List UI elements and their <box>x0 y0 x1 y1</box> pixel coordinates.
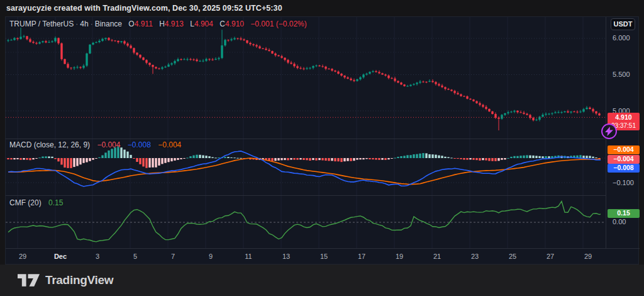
lightning-icon <box>605 127 613 136</box>
time-axis-label: 13 <box>282 253 290 260</box>
cmf-params: (20) <box>28 198 41 207</box>
grid-vertical <box>18 17 583 248</box>
macd-title[interactable]: MACD <box>9 140 31 149</box>
high-label: H <box>159 20 165 28</box>
time-axis-label: 25 <box>509 253 516 260</box>
time-axis-label: 9 <box>209 253 213 260</box>
macd-hist-value: −0.004 <box>97 140 120 149</box>
currency-toggle-button[interactable]: USDT <box>611 18 635 30</box>
macd-line-badge: −0.008 <box>608 164 640 173</box>
time-axis-label: 5 <box>133 253 137 260</box>
cmf-value: 0.15 <box>48 198 63 207</box>
time-axis-label: 27 <box>547 253 554 260</box>
time-axis-label: 17 <box>358 253 365 260</box>
close-value: 4.910 <box>225 20 244 28</box>
pane-separator-macd-cmf[interactable] <box>6 195 606 196</box>
price-tick-6000: 6.000 <box>606 34 640 42</box>
macd-signal-line <box>8 158 602 185</box>
time-axis-label: 21 <box>433 253 441 260</box>
time-axis-label: 23 <box>471 253 479 260</box>
time-axis-label: 11 <box>245 253 252 260</box>
time-axis-label: 29 <box>19 253 26 260</box>
snapshot-watermark: sarayucyzie created with TradingView.com… <box>6 0 282 16</box>
time-axis-label: Dec <box>54 253 67 260</box>
macd-legend[interactable]: MACD (close, 12, 26, 9) −0.004 −0.008 −0… <box>9 140 181 149</box>
symbol-title[interactable]: TRUMP / TetherUS <box>9 20 74 28</box>
pane-separator-price-macd[interactable] <box>6 139 606 139</box>
macd-hist-badge: −0.004 <box>608 155 640 164</box>
tradingview-mark-icon <box>18 273 40 287</box>
candlestick-series <box>7 28 603 130</box>
page: sarayucyzie created with TradingView.com… <box>0 0 644 296</box>
boost-button[interactable] <box>601 123 617 139</box>
close-label: C <box>219 20 225 28</box>
last-price-value: 4.910 <box>608 113 640 122</box>
macd-signal-value: −0.004 <box>158 140 181 149</box>
time-axis-label: 15 <box>320 253 328 260</box>
exchange-label: Binance <box>95 20 122 28</box>
time-axis-label: 3 <box>96 253 99 260</box>
cmf-series <box>8 202 602 242</box>
time-axis-label: 7 <box>171 253 175 260</box>
high-value: 4.913 <box>165 20 184 28</box>
macd-series <box>7 146 603 186</box>
macd-signal-badge: −0.004 <box>608 145 640 154</box>
open-value: 4.911 <box>135 20 153 28</box>
time-axis-label: 29 <box>584 253 592 260</box>
open-label: O <box>128 20 134 28</box>
cmf-scale-tick: 0.00 <box>606 218 640 225</box>
macd-line-value: −0.008 <box>128 140 151 149</box>
chart-widget: TRUMP / TetherUS·4h·Binance O4.911 H4.91… <box>5 16 639 265</box>
low-label: L <box>190 20 194 28</box>
macd-params: (close, 12, 26, 9) <box>34 140 90 149</box>
cmf-badge: 0.15 <box>608 209 640 218</box>
symbol-legend[interactable]: TRUMP / TetherUS·4h·Binance O4.911 H4.91… <box>9 20 307 28</box>
time-axis-label: 19 <box>396 253 403 260</box>
cmf-line <box>8 202 602 242</box>
interval-label[interactable]: 4h <box>80 20 88 28</box>
tradingview-logo[interactable]: TradingView <box>18 273 113 287</box>
cmf-title[interactable]: CMF <box>9 198 26 207</box>
change-value: −0.001 (−0.02%) <box>250 20 306 28</box>
time-axis[interactable]: 29Dec357911131517192123252729 <box>6 248 640 265</box>
cmf-legend[interactable]: CMF (20) 0.15 <box>9 198 63 207</box>
tradingview-logo-text: TradingView <box>45 273 113 287</box>
low-value: 4.904 <box>194 20 213 28</box>
footer-bar: TradingView <box>0 265 644 296</box>
price-tick-5500: 5.500 <box>606 71 640 78</box>
macd-scale-tick: −0.100 <box>606 179 640 186</box>
